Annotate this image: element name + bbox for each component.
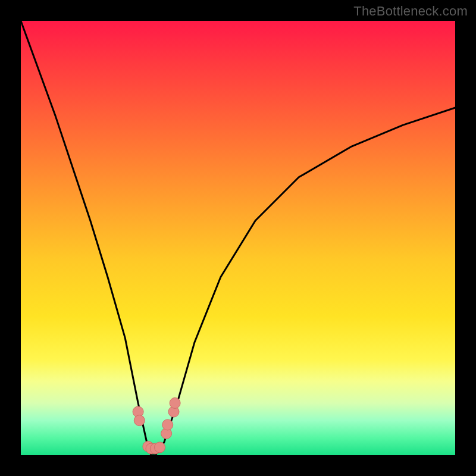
chart-svg xyxy=(21,21,455,455)
dip-marker xyxy=(170,397,180,408)
marker-layer xyxy=(133,397,180,454)
dip-marker xyxy=(155,442,165,453)
dip-marker xyxy=(162,419,173,430)
chart-frame: TheBottleneck.com xyxy=(0,0,476,476)
curve-layer xyxy=(21,21,455,455)
bottleneck-curve-path xyxy=(21,21,455,455)
watermark-text: TheBottleneck.com xyxy=(353,4,468,19)
plot-area xyxy=(21,21,455,455)
dip-marker xyxy=(134,415,145,426)
